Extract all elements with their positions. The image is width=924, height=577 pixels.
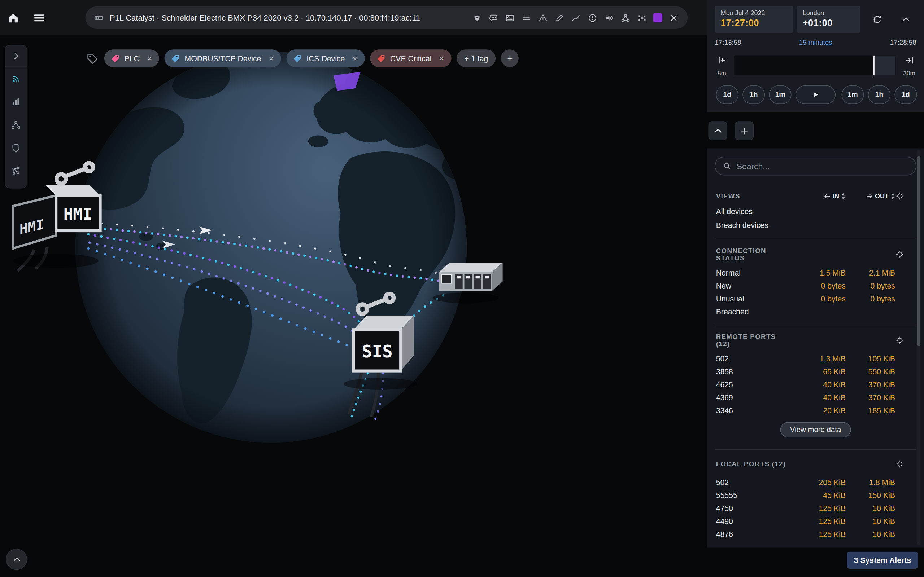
step-fwd-1h-button[interactable]: 1h xyxy=(868,85,890,104)
locate-remote-ports-button[interactable] xyxy=(895,336,905,345)
tag-color-icon xyxy=(171,54,180,62)
row-label: Unusual xyxy=(716,294,792,303)
arrow-right-icon xyxy=(866,192,873,200)
list-icon[interactable] xyxy=(519,10,533,24)
step-back-1m-button[interactable]: 1m xyxy=(769,85,792,104)
port-row[interactable]: 3346 20 KiB 185 KiB xyxy=(715,404,916,417)
out-column-label: OUT xyxy=(875,193,888,200)
bottom-expand-button[interactable] xyxy=(6,549,27,570)
play-button[interactable] xyxy=(795,85,835,104)
close-icon[interactable] xyxy=(667,10,681,24)
topology-icon xyxy=(10,119,21,130)
rail-item-topology[interactable] xyxy=(5,113,27,136)
connection-row[interactable]: Unusual 0 bytes 0 bytes xyxy=(715,292,916,305)
color-swatch[interactable] xyxy=(653,13,662,23)
connection-row[interactable]: Breached xyxy=(715,305,916,318)
tag-cve[interactable]: CVE Critical × xyxy=(370,49,452,67)
value-in: 205 KiB xyxy=(792,478,846,487)
jump-back-button[interactable]: 5m xyxy=(714,55,730,76)
view-breach-devices[interactable]: Breach devices xyxy=(715,219,916,232)
jump-forward-button[interactable]: 30m xyxy=(901,55,918,76)
current-datetime[interactable]: Mon Jul 4 2022 17:27:00 xyxy=(715,6,793,33)
tag-plc[interactable]: PLC × xyxy=(104,49,159,67)
range-start: 17:13:58 xyxy=(715,39,741,46)
system-alerts-button[interactable]: 3 System Alerts xyxy=(847,552,918,569)
locate-local-ports-button[interactable] xyxy=(895,459,905,469)
paw-icon[interactable] xyxy=(470,10,484,24)
port-row[interactable]: 4490 125 KiB 10 KiB xyxy=(715,515,916,528)
timezone-box[interactable]: London +01:00 xyxy=(796,6,860,33)
in-column-label: IN xyxy=(833,193,839,200)
row-label: Normal xyxy=(716,268,792,277)
left-rail xyxy=(5,45,27,188)
locate-connections-button[interactable] xyxy=(895,250,905,259)
molecule-icon xyxy=(10,165,21,176)
expand-sidebar-button[interactable] xyxy=(5,45,27,67)
play-icon xyxy=(811,90,820,99)
value-out: 10 KiB xyxy=(846,517,895,525)
sort-in-button[interactable]: IN xyxy=(792,192,846,200)
port-row[interactable]: 4750 125 KiB 10 KiB xyxy=(715,501,916,515)
step-fwd-1d-button[interactable]: 1d xyxy=(894,85,917,104)
network-icon[interactable] xyxy=(618,10,632,24)
home-button[interactable] xyxy=(0,5,26,31)
chevron-up-icon xyxy=(11,554,22,564)
refresh-button[interactable] xyxy=(870,12,884,26)
step-back-1h-button[interactable]: 1h xyxy=(743,85,765,104)
timeline-playhead[interactable] xyxy=(874,55,874,76)
port-row[interactable]: 4625 40 KiB 370 KiB xyxy=(715,378,916,391)
tag-remove-button[interactable]: × xyxy=(349,53,360,63)
device-plc-rack[interactable] xyxy=(432,263,502,303)
view-more-data-button[interactable]: View more data xyxy=(780,422,851,437)
alert-icon[interactable] xyxy=(585,10,599,24)
device-title-pill[interactable]: P1L Catalyst · Schneider Electric BMX P3… xyxy=(86,6,688,29)
timeline-scrubber[interactable] xyxy=(734,55,895,76)
value-out: 185 KiB xyxy=(846,406,895,415)
rail-item-security[interactable] xyxy=(5,136,27,159)
panel-scrollbar-thumb[interactable] xyxy=(917,156,921,346)
chart-icon[interactable] xyxy=(569,10,583,24)
port-row[interactable]: 4369 40 KiB 370 KiB xyxy=(715,391,916,404)
tag-remove-button[interactable]: × xyxy=(266,53,276,63)
locate-views-button[interactable] xyxy=(895,192,905,201)
sort-out-button[interactable]: OUT xyxy=(846,192,895,200)
warning-icon[interactable] xyxy=(536,10,550,24)
port-number: 502 xyxy=(716,354,792,363)
port-row[interactable]: 55555 45 KiB 150 KiB xyxy=(715,488,916,501)
timezone-city: London xyxy=(803,10,855,16)
collapse-timeline-button[interactable] xyxy=(899,12,913,26)
id-card-icon[interactable] xyxy=(503,10,517,24)
range-end: 17:28:58 xyxy=(890,39,916,46)
add-panel-button[interactable] xyxy=(735,121,754,140)
view-all-devices[interactable]: All devices xyxy=(715,205,916,219)
port-row[interactable]: 502 205 KiB 1.8 MiB xyxy=(715,475,916,488)
signal-icon xyxy=(10,73,21,84)
tag-ics[interactable]: ICS Device × xyxy=(287,49,365,67)
search-input[interactable] xyxy=(737,161,909,171)
plus-icon xyxy=(739,126,749,136)
port-row[interactable]: 4876 125 KiB 10 KiB xyxy=(715,528,916,541)
crosshair-icon xyxy=(895,250,905,259)
tag-modbus[interactable]: MODBUS/TCP Device × xyxy=(165,49,281,67)
search-box[interactable] xyxy=(715,156,916,175)
connection-row[interactable]: Normal 1.5 MiB 2.1 MiB xyxy=(715,266,916,279)
connection-row[interactable]: New 0 bytes 0 bytes xyxy=(715,279,916,292)
rail-item-cluster[interactable] xyxy=(5,159,27,182)
add-tag-button[interactable]: + xyxy=(501,49,519,67)
menu-button[interactable] xyxy=(26,5,52,31)
chat-icon[interactable] xyxy=(486,10,500,24)
step-back-1d-button[interactable]: 1d xyxy=(716,85,738,104)
timeline-buffer-segment xyxy=(874,55,896,76)
port-row[interactable]: 502 1.3 MiB 105 KiB xyxy=(715,352,916,365)
cluster-icon[interactable] xyxy=(635,10,649,24)
audio-icon[interactable] xyxy=(602,10,616,24)
tag-remove-button[interactable]: × xyxy=(436,53,446,63)
rail-item-analytics[interactable] xyxy=(5,90,27,113)
rail-item-live-signal[interactable] xyxy=(5,67,27,90)
step-fwd-1m-button[interactable]: 1m xyxy=(842,85,864,104)
more-tags-button[interactable]: + 1 tag xyxy=(457,49,496,67)
collapse-panel-button[interactable] xyxy=(708,121,727,140)
pencil-icon[interactable] xyxy=(552,10,566,24)
tag-remove-button[interactable]: × xyxy=(144,53,155,63)
port-row[interactable]: 3858 65 KiB 550 KiB xyxy=(715,365,916,378)
